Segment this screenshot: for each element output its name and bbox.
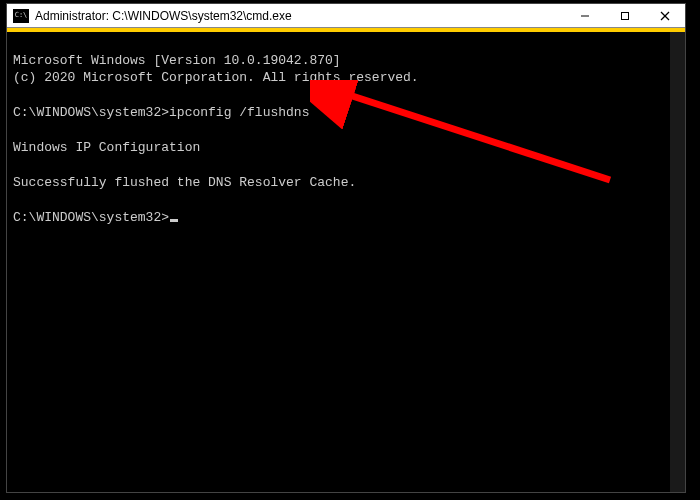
svg-rect-1 [622,12,629,19]
terminal-body[interactable]: Microsoft Windows [Version 10.0.19042.87… [7,32,685,492]
terminal-line: Windows IP Configuration [13,140,200,155]
close-icon [660,11,670,21]
cmd-icon [13,9,29,23]
terminal-line: (c) 2020 Microsoft Corporation. All righ… [13,70,419,85]
close-button[interactable] [645,4,685,27]
prompt: C:\WINDOWS\system32> [13,210,169,225]
terminal-line: C:\WINDOWS\system32>ipconfig /flushdns [13,105,309,120]
cursor [170,219,178,222]
prompt: C:\WINDOWS\system32> [13,105,169,120]
maximize-button[interactable] [605,4,645,27]
command-text: ipconfig /flushdns [169,105,309,120]
titlebar[interactable]: Administrator: C:\WINDOWS\system32\cmd.e… [7,4,685,28]
cmd-window: Administrator: C:\WINDOWS\system32\cmd.e… [6,3,686,493]
minimize-button[interactable] [565,4,605,27]
window-title: Administrator: C:\WINDOWS\system32\cmd.e… [35,9,565,23]
terminal-line: Microsoft Windows [Version 10.0.19042.87… [13,53,341,68]
terminal-line: Successfully flushed the DNS Resolver Ca… [13,175,356,190]
terminal-line: C:\WINDOWS\system32> [13,210,178,225]
window-controls [565,4,685,27]
maximize-icon [620,11,630,21]
vertical-scrollbar[interactable] [670,32,685,492]
minimize-icon [580,11,590,21]
